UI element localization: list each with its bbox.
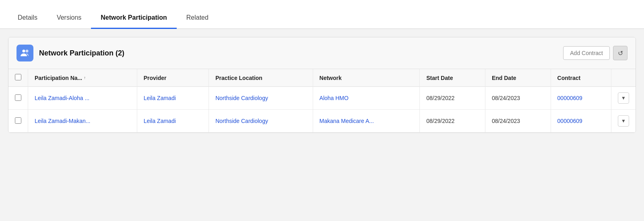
row-checkbox-cell-1 xyxy=(8,110,28,133)
card-header: Network Participation (2) Add Contract ↺ xyxy=(8,37,636,69)
row-checkbox-1[interactable] xyxy=(15,117,21,124)
cell-contract-1: 00000609 xyxy=(551,110,611,133)
tab-related[interactable]: Related xyxy=(177,8,218,29)
svg-point-1 xyxy=(26,50,29,53)
cell-network-0: Aloha HMO xyxy=(313,87,420,110)
col-header-checkbox xyxy=(8,69,28,87)
contract-link-0[interactable]: 00000609 xyxy=(557,95,582,101)
network-link-0[interactable]: Aloha HMO xyxy=(320,95,349,101)
main-content: Network Participation (2) Add Contract ↺ xyxy=(0,29,644,221)
participation-name-link-1[interactable]: Leila Zamadi-Makan... xyxy=(35,118,91,124)
card-header-left: Network Participation (2) xyxy=(17,45,124,61)
cell-practice-location-1: Northside Cardiology xyxy=(209,110,313,133)
row-dropdown-button-1[interactable]: ▼ xyxy=(618,115,629,127)
row-checkbox-0[interactable] xyxy=(15,94,21,101)
tab-details[interactable]: Details xyxy=(8,8,47,29)
table-header-row: Participation Na... ↑ Provider Practice … xyxy=(8,69,636,87)
table-wrapper: Participation Na... ↑ Provider Practice … xyxy=(8,69,636,133)
tab-versions[interactable]: Versions xyxy=(47,8,91,29)
sort-asc-icon: ↑ xyxy=(84,76,86,80)
practice-location-link-0[interactable]: Northside Cardiology xyxy=(215,95,268,101)
refresh-button[interactable]: ↺ xyxy=(613,46,627,60)
table-row: Leila Zamadi-Makan... Leila Zamadi North… xyxy=(8,110,636,133)
network-participation-icon xyxy=(17,45,33,61)
row-dropdown-button-0[interactable]: ▼ xyxy=(618,92,629,104)
contract-link-1[interactable]: 00000609 xyxy=(557,118,582,124)
refresh-icon: ↺ xyxy=(618,49,623,57)
provider-link-1[interactable]: Leila Zamadi xyxy=(144,118,176,124)
table-row: Leila Zamadi-Aloha ... Leila Zamadi Nort… xyxy=(8,87,636,110)
row-checkbox-cell-0 xyxy=(8,87,28,110)
col-header-action xyxy=(611,69,636,87)
col-header-participation-name[interactable]: Participation Na... ↑ xyxy=(28,69,137,87)
cell-participation-name-0: Leila Zamadi-Aloha ... xyxy=(28,87,137,110)
cell-network-1: Makana Medicare A... xyxy=(313,110,420,133)
network-link-1[interactable]: Makana Medicare A... xyxy=(320,118,374,124)
col-header-start-date[interactable]: Start Date xyxy=(420,69,485,87)
col-header-provider[interactable]: Provider xyxy=(137,69,209,87)
cell-action-0: ▼ xyxy=(611,87,636,110)
cell-action-1: ▼ xyxy=(611,110,636,133)
col-header-contract[interactable]: Contract xyxy=(551,69,611,87)
svg-point-0 xyxy=(23,50,25,53)
participation-table: Participation Na... ↑ Provider Practice … xyxy=(8,69,636,133)
cell-contract-0: 00000609 xyxy=(551,87,611,110)
participation-name-link-0[interactable]: Leila Zamadi-Aloha ... xyxy=(35,95,89,101)
cell-end-date-0: 08/24/2023 xyxy=(485,87,551,110)
cell-provider-0: Leila Zamadi xyxy=(137,87,209,110)
provider-link-0[interactable]: Leila Zamadi xyxy=(144,95,176,101)
network-participation-card: Network Participation (2) Add Contract ↺ xyxy=(8,37,636,133)
practice-location-link-1[interactable]: Northside Cardiology xyxy=(215,118,268,124)
cell-participation-name-1: Leila Zamadi-Makan... xyxy=(28,110,137,133)
select-all-checkbox[interactable] xyxy=(15,74,21,80)
tab-bar: Details Versions Network Participation R… xyxy=(0,0,644,29)
card-header-right: Add Contract ↺ xyxy=(563,46,627,60)
cell-start-date-1: 08/29/2022 xyxy=(420,110,485,133)
card-title: Network Participation (2) xyxy=(39,49,124,57)
cell-practice-location-0: Northside Cardiology xyxy=(209,87,313,110)
col-header-practice-location[interactable]: Practice Location xyxy=(209,69,313,87)
col-header-network[interactable]: Network xyxy=(313,69,420,87)
tab-network-participation[interactable]: Network Participation xyxy=(91,8,176,29)
col-header-end-date[interactable]: End Date xyxy=(485,69,551,87)
add-contract-button[interactable]: Add Contract xyxy=(563,46,610,60)
cell-provider-1: Leila Zamadi xyxy=(137,110,209,133)
cell-end-date-1: 08/24/2023 xyxy=(485,110,551,133)
cell-start-date-0: 08/29/2022 xyxy=(420,87,485,110)
